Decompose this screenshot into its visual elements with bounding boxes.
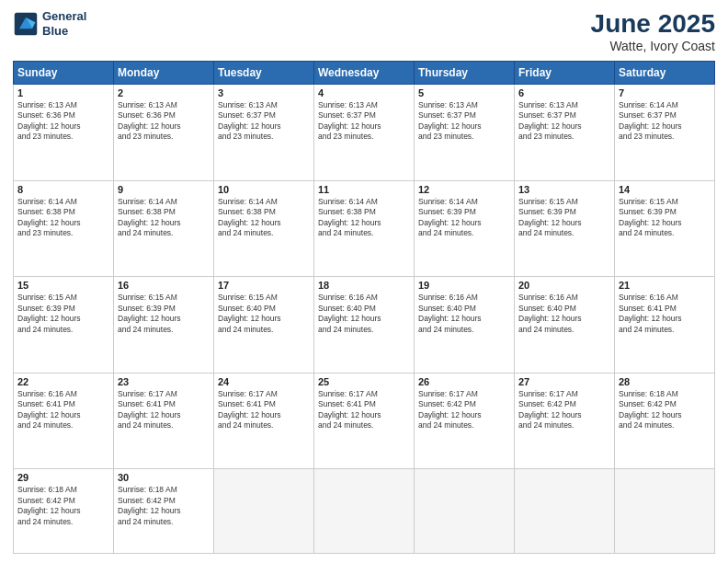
table-row: 30Sunrise: 6:18 AM Sunset: 6:42 PM Dayli… <box>114 469 214 554</box>
day-number: 4 <box>318 87 410 98</box>
day-number: 30 <box>118 472 210 483</box>
table-row: 17Sunrise: 6:15 AM Sunset: 6:40 PM Dayli… <box>214 277 314 373</box>
table-row: 12Sunrise: 6:14 AM Sunset: 6:39 PM Dayli… <box>415 180 515 277</box>
day-info: Sunrise: 6:18 AM Sunset: 6:42 PM Dayligh… <box>118 485 210 527</box>
location-subtitle: Watte, Ivory Coast <box>591 39 715 53</box>
table-row: 15Sunrise: 6:15 AM Sunset: 6:39 PM Dayli… <box>14 277 114 373</box>
day-number: 3 <box>218 87 310 98</box>
day-number: 18 <box>318 280 410 291</box>
calendar-table: Sunday Monday Tuesday Wednesday Thursday… <box>13 61 715 554</box>
day-number: 9 <box>118 184 210 195</box>
day-number: 15 <box>17 280 109 291</box>
logo-line1: General <box>42 9 86 24</box>
day-info: Sunrise: 6:14 AM Sunset: 6:37 PM Dayligh… <box>619 100 711 143</box>
table-row: 5Sunrise: 6:13 AM Sunset: 6:37 PM Daylig… <box>415 85 515 181</box>
day-number: 8 <box>17 184 109 195</box>
day-info: Sunrise: 6:18 AM Sunset: 6:42 PM Dayligh… <box>619 389 711 431</box>
logo: General Blue <box>13 9 86 38</box>
logo-line2: Blue <box>42 24 86 39</box>
day-info: Sunrise: 6:15 AM Sunset: 6:40 PM Dayligh… <box>218 293 310 335</box>
day-info: Sunrise: 6:17 AM Sunset: 6:41 PM Dayligh… <box>318 389 410 431</box>
day-number: 1 <box>17 87 109 98</box>
table-row: 4Sunrise: 6:13 AM Sunset: 6:37 PM Daylig… <box>314 85 415 181</box>
logo-icon <box>13 11 39 37</box>
day-info: Sunrise: 6:18 AM Sunset: 6:42 PM Dayligh… <box>17 485 109 527</box>
table-row <box>615 469 715 554</box>
day-number: 5 <box>418 87 510 98</box>
day-info: Sunrise: 6:17 AM Sunset: 6:42 PM Dayligh… <box>518 389 610 431</box>
day-number: 28 <box>619 376 711 387</box>
table-row: 1Sunrise: 6:13 AM Sunset: 6:36 PM Daylig… <box>14 85 114 181</box>
day-info: Sunrise: 6:15 AM Sunset: 6:39 PM Dayligh… <box>118 293 210 335</box>
table-row: 16Sunrise: 6:15 AM Sunset: 6:39 PM Dayli… <box>114 277 214 373</box>
day-number: 27 <box>518 376 610 387</box>
header-friday: Friday <box>515 62 615 85</box>
day-info: Sunrise: 6:16 AM Sunset: 6:40 PM Dayligh… <box>518 293 610 335</box>
day-number: 21 <box>619 280 711 291</box>
table-row: 29Sunrise: 6:18 AM Sunset: 6:42 PM Dayli… <box>14 469 114 554</box>
day-number: 11 <box>318 184 410 195</box>
day-number: 20 <box>518 280 610 291</box>
day-number: 13 <box>518 184 610 195</box>
page: General Blue June 2025 Watte, Ivory Coas… <box>0 0 728 563</box>
day-info: Sunrise: 6:16 AM Sunset: 6:40 PM Dayligh… <box>318 293 410 335</box>
day-number: 19 <box>418 280 510 291</box>
day-number: 2 <box>118 87 210 98</box>
table-row: 20Sunrise: 6:16 AM Sunset: 6:40 PM Dayli… <box>515 277 615 373</box>
table-row: 9Sunrise: 6:14 AM Sunset: 6:38 PM Daylig… <box>114 180 214 277</box>
table-row: 8Sunrise: 6:14 AM Sunset: 6:38 PM Daylig… <box>14 180 114 277</box>
calendar-header-row: Sunday Monday Tuesday Wednesday Thursday… <box>14 62 715 85</box>
header-tuesday: Tuesday <box>214 62 314 85</box>
day-info: Sunrise: 6:17 AM Sunset: 6:41 PM Dayligh… <box>218 389 310 431</box>
logo-text: General Blue <box>42 9 86 38</box>
table-row: 27Sunrise: 6:17 AM Sunset: 6:42 PM Dayli… <box>515 373 615 469</box>
day-info: Sunrise: 6:13 AM Sunset: 6:36 PM Dayligh… <box>118 100 210 143</box>
day-info: Sunrise: 6:13 AM Sunset: 6:36 PM Dayligh… <box>17 100 109 143</box>
day-info: Sunrise: 6:14 AM Sunset: 6:38 PM Dayligh… <box>17 197 109 239</box>
day-number: 23 <box>118 376 210 387</box>
day-number: 22 <box>17 376 109 387</box>
table-row: 25Sunrise: 6:17 AM Sunset: 6:41 PM Dayli… <box>314 373 415 469</box>
table-row: 19Sunrise: 6:16 AM Sunset: 6:40 PM Dayli… <box>415 277 515 373</box>
day-info: Sunrise: 6:13 AM Sunset: 6:37 PM Dayligh… <box>418 100 510 143</box>
table-row: 10Sunrise: 6:14 AM Sunset: 6:38 PM Dayli… <box>214 180 314 277</box>
table-row: 14Sunrise: 6:15 AM Sunset: 6:39 PM Dayli… <box>615 180 715 277</box>
day-info: Sunrise: 6:15 AM Sunset: 6:39 PM Dayligh… <box>17 293 109 335</box>
day-number: 12 <box>418 184 510 195</box>
day-number: 24 <box>218 376 310 387</box>
table-row: 24Sunrise: 6:17 AM Sunset: 6:41 PM Dayli… <box>214 373 314 469</box>
day-info: Sunrise: 6:17 AM Sunset: 6:42 PM Dayligh… <box>418 389 510 431</box>
table-row: 21Sunrise: 6:16 AM Sunset: 6:41 PM Dayli… <box>615 277 715 373</box>
title-block: June 2025 Watte, Ivory Coast <box>591 9 715 53</box>
header-saturday: Saturday <box>615 62 715 85</box>
table-row: 18Sunrise: 6:16 AM Sunset: 6:40 PM Dayli… <box>314 277 415 373</box>
header: General Blue June 2025 Watte, Ivory Coas… <box>13 9 715 53</box>
day-info: Sunrise: 6:13 AM Sunset: 6:37 PM Dayligh… <box>518 100 610 143</box>
day-number: 26 <box>418 376 510 387</box>
month-title: June 2025 <box>591 9 715 39</box>
day-info: Sunrise: 6:16 AM Sunset: 6:40 PM Dayligh… <box>418 293 510 335</box>
header-thursday: Thursday <box>415 62 515 85</box>
day-number: 17 <box>218 280 310 291</box>
day-info: Sunrise: 6:14 AM Sunset: 6:39 PM Dayligh… <box>418 197 510 239</box>
table-row: 26Sunrise: 6:17 AM Sunset: 6:42 PM Dayli… <box>415 373 515 469</box>
day-number: 25 <box>318 376 410 387</box>
day-info: Sunrise: 6:13 AM Sunset: 6:37 PM Dayligh… <box>218 100 310 143</box>
day-info: Sunrise: 6:14 AM Sunset: 6:38 PM Dayligh… <box>118 197 210 239</box>
header-sunday: Sunday <box>14 62 114 85</box>
table-row <box>515 469 615 554</box>
day-info: Sunrise: 6:17 AM Sunset: 6:41 PM Dayligh… <box>118 389 210 431</box>
table-row: 2Sunrise: 6:13 AM Sunset: 6:36 PM Daylig… <box>114 85 214 181</box>
table-row: 11Sunrise: 6:14 AM Sunset: 6:38 PM Dayli… <box>314 180 415 277</box>
day-number: 14 <box>619 184 711 195</box>
day-info: Sunrise: 6:16 AM Sunset: 6:41 PM Dayligh… <box>17 389 109 431</box>
table-row: 23Sunrise: 6:17 AM Sunset: 6:41 PM Dayli… <box>114 373 214 469</box>
table-row: 3Sunrise: 6:13 AM Sunset: 6:37 PM Daylig… <box>214 85 314 181</box>
day-number: 10 <box>218 184 310 195</box>
table-row: 22Sunrise: 6:16 AM Sunset: 6:41 PM Dayli… <box>14 373 114 469</box>
table-row: 13Sunrise: 6:15 AM Sunset: 6:39 PM Dayli… <box>515 180 615 277</box>
table-row <box>214 469 314 554</box>
table-row <box>415 469 515 554</box>
table-row: 7Sunrise: 6:14 AM Sunset: 6:37 PM Daylig… <box>615 85 715 181</box>
day-number: 6 <box>518 87 610 98</box>
